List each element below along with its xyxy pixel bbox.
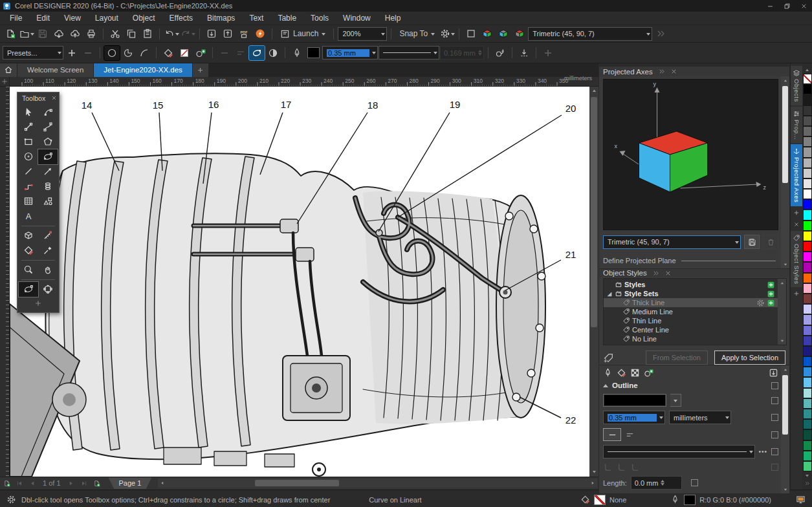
get-more-button[interactable] [51, 27, 67, 41]
open-button[interactable] [19, 27, 34, 41]
style-row[interactable]: Thin Line [604, 316, 778, 325]
length-checkbox[interactable] [691, 479, 698, 486]
home-tab-button[interactable] [0, 63, 17, 77]
callout-label[interactable]: 19 [450, 99, 461, 110]
scroll-down-icon[interactable] [589, 468, 598, 477]
arrow-line-tool[interactable] [38, 164, 58, 179]
color-swatch[interactable] [803, 199, 812, 210]
presets-combo[interactable]: Presets... [3, 46, 63, 59]
close-docker-icon[interactable] [791, 219, 802, 230]
horizontal-ruler[interactable]: 1001101201301401501601701801902002102202… [0, 77, 598, 87]
transparency-icon[interactable] [630, 368, 640, 378]
add-page-button[interactable] [0, 477, 13, 489]
menu-item[interactable]: Layout [88, 12, 126, 24]
panel-expand-icon[interactable] [658, 68, 665, 75]
add-docker-button-2[interactable] [791, 288, 802, 299]
ruler-origin-icon[interactable] [0, 77, 10, 86]
style-checkbox[interactable] [771, 448, 778, 455]
shape-recognition-tool[interactable] [38, 194, 58, 209]
arc-mode-button[interactable] [137, 46, 152, 60]
add-page-button-2[interactable] [91, 477, 104, 489]
callout-label[interactable]: 15 [153, 100, 164, 111]
callout-label[interactable]: 21 [565, 249, 576, 260]
export-button[interactable] [220, 27, 236, 41]
color-swatch[interactable] [803, 398, 812, 409]
panel-expand-icon[interactable] [652, 270, 659, 277]
toolbar-overflow-button[interactable] [653, 27, 668, 41]
save-button[interactable] [35, 27, 50, 41]
horizontal-scroll-thumb[interactable] [255, 480, 339, 486]
shape-edit-tool[interactable] [38, 105, 58, 120]
color-swatch[interactable] [803, 105, 812, 116]
eyedropper-tool[interactable] [38, 243, 58, 258]
thin-line-button[interactable] [217, 46, 232, 60]
projection-select[interactable]: Trimetric (45, 90, 7) [603, 235, 741, 249]
pie-mode-button[interactable] [120, 46, 136, 60]
apply-to-selection-button[interactable]: Apply to Selection [714, 351, 785, 365]
scroll-up-icon[interactable] [780, 279, 785, 287]
color-swatch[interactable] [803, 178, 812, 189]
graph-paper-tool[interactable] [19, 194, 38, 209]
fill-icon[interactable] [617, 368, 626, 378]
outline-color-swatch[interactable] [307, 47, 320, 58]
text-tool[interactable]: A [19, 209, 38, 224]
menu-item[interactable]: Bitmaps [200, 12, 242, 24]
style-row[interactable]: Center Line [604, 325, 778, 334]
toolbox-customize-button[interactable] [19, 297, 58, 310]
color-swatch[interactable] [803, 158, 812, 168]
outline-color-dropdown[interactable] [603, 394, 666, 407]
add-style-icon[interactable] [767, 281, 775, 289]
color-swatch[interactable] [803, 241, 812, 252]
color-swatch[interactable] [803, 94, 812, 105]
color-swatch[interactable] [803, 74, 812, 84]
color-swatch[interactable] [803, 440, 812, 451]
outline-width-combo[interactable]: 0.35 mm [322, 46, 378, 59]
page-tab[interactable]: Page 1 [109, 477, 152, 489]
corner-miter-icon[interactable] [603, 462, 613, 472]
dimension-tool[interactable] [38, 228, 58, 243]
smart-fill-tool[interactable] [19, 243, 38, 258]
corel-cloud-button[interactable] [252, 27, 268, 41]
pan-tool[interactable] [38, 263, 58, 277]
vertical-scroll-thumb[interactable] [591, 97, 597, 327]
chevron-down-icon[interactable] [670, 394, 681, 407]
outline-checkbox[interactable] [771, 382, 778, 389]
cut-button[interactable] [107, 27, 123, 41]
solid-line-button[interactable] [603, 428, 621, 441]
callout-label[interactable]: 17 [281, 99, 292, 110]
projected-plane-side-button[interactable] [512, 27, 527, 41]
document-tab[interactable]: Jet-Engine2020-XX.des [94, 63, 192, 77]
vertical-ruler[interactable] [0, 87, 10, 477]
extrude-tool[interactable] [19, 228, 38, 243]
paste-button[interactable] [140, 27, 155, 41]
miter-limit-spinner[interactable]: 0.169 mm [440, 46, 484, 59]
outline-units-select[interactable]: millimeters [669, 411, 731, 424]
color-swatch[interactable] [803, 419, 812, 429]
scroll-down-icon[interactable] [780, 336, 785, 345]
scroll-up-icon[interactable] [783, 365, 788, 374]
color-swatch[interactable] [803, 221, 812, 231]
length-spinner[interactable]: 0.0 mm [631, 476, 682, 490]
menu-item[interactable]: Tools [303, 12, 336, 24]
color-swatch[interactable] [803, 294, 812, 304]
fill-none-swatch[interactable] [594, 495, 606, 505]
style-row[interactable]: No Line [604, 334, 778, 343]
line-style-select[interactable] [603, 445, 755, 458]
share-button[interactable] [67, 27, 83, 41]
last-page-button[interactable] [78, 477, 91, 489]
color-swatch[interactable] [803, 252, 812, 262]
color-swatch[interactable] [803, 451, 812, 461]
canvas-vertical-scrollbar[interactable] [589, 87, 598, 477]
first-page-button[interactable] [13, 477, 26, 489]
next-page-button[interactable] [65, 477, 78, 489]
menu-item[interactable]: Edit [29, 12, 57, 24]
panel-close-icon[interactable] [664, 270, 672, 277]
color-swatch[interactable] [803, 283, 812, 294]
menu-item[interactable]: Window [336, 12, 378, 24]
color-swatch[interactable] [803, 136, 812, 147]
pick-tool[interactable] [19, 105, 38, 120]
no-fill-button[interactable] [177, 46, 192, 60]
panel-close-icon[interactable] [670, 68, 677, 75]
callout-label[interactable]: 22 [565, 415, 576, 426]
add-docker-button[interactable] [791, 208, 802, 218]
